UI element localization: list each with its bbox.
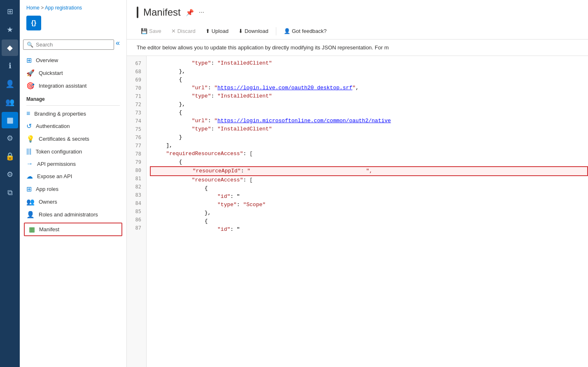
overview-label: Overview xyxy=(36,57,58,63)
diamond-nav-icon[interactable]: ◆ xyxy=(2,39,18,56)
page-header: Manifest 📌 ··· 💾 Save ✕ Discard ⬆ Upload… xyxy=(127,0,588,39)
info-nav-icon[interactable]: ℹ xyxy=(2,58,18,74)
sidebar-item-authentication[interactable]: ↺ Authentication xyxy=(20,120,126,132)
collapse-button[interactable]: « xyxy=(116,39,120,47)
code-line: "resourceAccess": [ xyxy=(153,176,588,184)
line-number: 84 xyxy=(127,199,146,207)
discard-button[interactable]: ✕ Discard xyxy=(167,26,200,36)
line-number: 75 xyxy=(127,125,146,133)
home-nav-icon[interactable]: ⊞ xyxy=(2,3,18,20)
manage-divider xyxy=(26,105,120,106)
branding-icon: ≡ xyxy=(26,110,30,117)
pin-icon[interactable]: 📌 xyxy=(186,9,194,16)
overview-icon: ⊞ xyxy=(26,56,32,64)
line-number: 71 xyxy=(127,92,146,100)
line-number: 76 xyxy=(127,133,146,142)
upload-label: Upload xyxy=(212,28,229,34)
breadcrumb-current[interactable]: App registrations xyxy=(45,5,82,11)
save-button[interactable]: 💾 Save xyxy=(137,26,166,36)
manifest-icon: ▦ xyxy=(29,225,35,233)
gear2-nav-icon[interactable]: ⚙ xyxy=(2,166,18,183)
icon-bar: ⊞ ★ ◆ ℹ 👤 👥 ▦ ⚙ 🔒 ⚙ ⧉ xyxy=(0,0,20,367)
upload-icon: ⬆ xyxy=(205,28,210,34)
code-line: "url": "https://login.live.com/oauth20_d… xyxy=(153,84,588,92)
code-line: }, xyxy=(153,209,588,217)
line-number: 67 xyxy=(127,59,146,67)
sidebar-item-api-permissions[interactable]: → API permissions xyxy=(20,158,126,170)
integration-icon: 🎯 xyxy=(26,82,35,90)
line-number: 74 xyxy=(127,117,146,125)
branding-label: Branding & properties xyxy=(34,111,86,117)
breadcrumb: Home > App registrations xyxy=(26,5,120,11)
line-number: 77 xyxy=(127,142,146,150)
code-line: { xyxy=(153,184,588,193)
discard-icon: ✕ xyxy=(171,28,176,34)
sidebar-item-app-roles[interactable]: ⊞ App roles xyxy=(20,183,126,195)
sidebar-item-owners[interactable]: 👥 Owners xyxy=(20,195,126,208)
app-roles-label: App roles xyxy=(36,186,58,192)
search-box: 🔍 xyxy=(23,39,114,50)
layers-nav-icon[interactable]: ⧉ xyxy=(2,184,18,201)
quickstart-icon: 🚀 xyxy=(26,69,35,77)
more-options-icon[interactable]: ··· xyxy=(199,9,204,16)
line-number: 86 xyxy=(127,216,146,224)
sidebar-item-branding[interactable]: ≡ Branding & properties xyxy=(20,107,126,120)
group-nav-icon[interactable]: 👥 xyxy=(2,94,18,110)
quickstart-label: Quickstart xyxy=(39,70,63,76)
code-line: }, xyxy=(153,100,588,109)
code-line: "type": "InstalledClient" xyxy=(153,125,588,133)
roles-admin-label: Roles and administrators xyxy=(39,211,98,218)
code-content[interactable]: "type": "InstalledClient" }, { "url": "h… xyxy=(147,56,588,367)
search-icon: 🔍 xyxy=(27,42,33,48)
line-number: 68 xyxy=(127,67,146,76)
download-button[interactable]: ⬇ Download xyxy=(234,26,273,36)
line-number: 80 xyxy=(127,166,146,174)
code-line: { xyxy=(153,158,588,166)
line-number: 72 xyxy=(127,100,146,109)
sidebar-item-certificates[interactable]: 💡 Certificates & secrets xyxy=(20,132,126,145)
sidebar-item-overview[interactable]: ⊞ Overview xyxy=(20,54,126,67)
code-line: "url": "https://login.microsoftonline.co… xyxy=(153,117,588,125)
sidebar-item-integration[interactable]: 🎯 Integration assistant xyxy=(20,79,126,92)
code-line: "id": " xyxy=(153,225,588,234)
breadcrumb-home[interactable]: Home xyxy=(26,5,40,11)
favorites-nav-icon[interactable]: ★ xyxy=(2,21,18,38)
upload-button[interactable]: ⬆ Upload xyxy=(201,26,233,36)
toolbar-sep xyxy=(276,27,276,35)
toolbar: 💾 Save ✕ Discard ⬆ Upload ⬇ Download 👤 G… xyxy=(137,23,578,39)
api-perm-label: API permissions xyxy=(37,161,76,167)
line-number: 85 xyxy=(127,207,146,216)
line-numbers: 6768697071727374757677787980818283848586… xyxy=(127,56,147,367)
sidebar-header: Home > App registrations {} xyxy=(20,0,126,39)
feedback-button[interactable]: 👤 Got feedback? xyxy=(280,26,331,36)
search-input[interactable] xyxy=(36,42,110,48)
auth-label: Authentication xyxy=(36,123,70,129)
sidebar-item-token[interactable]: ||| Token configuration xyxy=(20,145,126,158)
save-label: Save xyxy=(149,28,161,34)
sidebar-item-manifest[interactable]: ▦ Manifest xyxy=(24,223,122,236)
manage-section-label: Manage xyxy=(20,92,126,104)
sidebar-item-roles-admins[interactable]: 👤 Roles and administrators xyxy=(20,208,126,221)
settings-nav-icon[interactable]: ⚙ xyxy=(2,130,18,146)
line-number: 79 xyxy=(127,158,146,166)
main-content: Manifest 📌 ··· 💾 Save ✕ Discard ⬆ Upload… xyxy=(127,0,588,367)
token-icon: ||| xyxy=(26,148,31,155)
line-number: 81 xyxy=(127,174,146,183)
sidebar: Home > App registrations {} 🔍 « ⊞ Overvi… xyxy=(20,0,127,367)
code-line: "id": " xyxy=(153,193,588,201)
person-nav-icon[interactable]: 👤 xyxy=(2,76,18,92)
app-icon: {} xyxy=(26,16,41,30)
code-line: } xyxy=(153,133,588,142)
line-number: 87 xyxy=(127,224,146,232)
sidebar-item-expose-api[interactable]: ☁ Expose an API xyxy=(20,170,126,183)
code-line: "resourceAppId": " ", xyxy=(150,166,588,176)
code-line: }, xyxy=(153,67,588,76)
certificates-label: Certificates & secrets xyxy=(39,136,89,142)
sidebar-item-quickstart[interactable]: 🚀 Quickstart xyxy=(20,67,126,79)
auth-icon: ↺ xyxy=(26,122,32,130)
lock-nav-icon[interactable]: 🔒 xyxy=(2,148,18,165)
table-nav-icon[interactable]: ▦ xyxy=(2,112,18,128)
line-number: 70 xyxy=(127,84,146,92)
owners-label: Owners xyxy=(39,199,57,205)
download-label: Download xyxy=(245,28,268,34)
